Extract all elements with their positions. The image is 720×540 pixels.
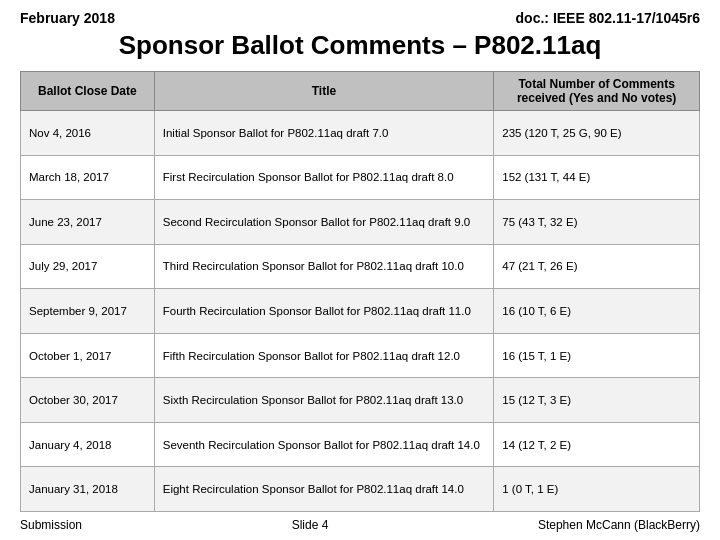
- table-row: January 4, 2018Seventh Recirculation Spo…: [21, 422, 700, 467]
- cell-title: Sixth Recirculation Sponsor Ballot for P…: [154, 378, 494, 423]
- col-header-title: Title: [154, 72, 494, 111]
- table-row: October 30, 2017Sixth Recirculation Spon…: [21, 378, 700, 423]
- table-row: July 29, 2017Third Recirculation Sponsor…: [21, 244, 700, 289]
- cell-count: 14 (12 T, 2 E): [494, 422, 700, 467]
- top-bar: February 2018 doc.: IEEE 802.11-17/1045r…: [20, 10, 700, 26]
- cell-date: January 4, 2018: [21, 422, 155, 467]
- cell-count: 235 (120 T, 25 G, 90 E): [494, 111, 700, 156]
- cell-count: 1 (0 T, 1 E): [494, 467, 700, 512]
- doc-ref-label: doc.: IEEE 802.11-17/1045r6: [516, 10, 700, 26]
- cell-title: Fourth Recirculation Sponsor Ballot for …: [154, 289, 494, 334]
- col-header-count: Total Number of Comments received (Yes a…: [494, 72, 700, 111]
- table-row: September 9, 2017Fourth Recirculation Sp…: [21, 289, 700, 334]
- table-row: January 31, 2018Eight Recirculation Spon…: [21, 467, 700, 512]
- cell-date: March 18, 2017: [21, 155, 155, 200]
- cell-title: Fifth Recirculation Sponsor Ballot for P…: [154, 333, 494, 378]
- cell-count: 16 (10 T, 6 E): [494, 289, 700, 334]
- ballot-table: Ballot Close Date Title Total Number of …: [20, 71, 700, 512]
- cell-date: June 23, 2017: [21, 200, 155, 245]
- cell-date: January 31, 2018: [21, 467, 155, 512]
- table-row: October 1, 2017Fifth Recirculation Spons…: [21, 333, 700, 378]
- footer: Submission Slide 4 Stephen McCann (Black…: [20, 518, 700, 532]
- footer-right: Stephen McCann (BlackBerry): [538, 518, 700, 532]
- cell-date: October 30, 2017: [21, 378, 155, 423]
- cell-date: Nov 4, 2016: [21, 111, 155, 156]
- cell-title: Eight Recirculation Sponsor Ballot for P…: [154, 467, 494, 512]
- table-row: March 18, 2017First Recirculation Sponso…: [21, 155, 700, 200]
- date-label: February 2018: [20, 10, 115, 26]
- footer-center: Slide 4: [292, 518, 329, 532]
- cell-count: 16 (15 T, 1 E): [494, 333, 700, 378]
- page: February 2018 doc.: IEEE 802.11-17/1045r…: [0, 0, 720, 540]
- cell-date: October 1, 2017: [21, 333, 155, 378]
- cell-date: September 9, 2017: [21, 289, 155, 334]
- cell-title: Seventh Recirculation Sponsor Ballot for…: [154, 422, 494, 467]
- cell-title: Third Recirculation Sponsor Ballot for P…: [154, 244, 494, 289]
- cell-count: 47 (21 T, 26 E): [494, 244, 700, 289]
- page-title: Sponsor Ballot Comments – P802.11aq: [20, 30, 700, 61]
- table-row: Nov 4, 2016Initial Sponsor Ballot for P8…: [21, 111, 700, 156]
- cell-count: 152 (131 T, 44 E): [494, 155, 700, 200]
- footer-left: Submission: [20, 518, 82, 532]
- cell-title: Second Recirculation Sponsor Ballot for …: [154, 200, 494, 245]
- col-header-date: Ballot Close Date: [21, 72, 155, 111]
- cell-title: First Recirculation Sponsor Ballot for P…: [154, 155, 494, 200]
- cell-date: July 29, 2017: [21, 244, 155, 289]
- cell-title: Initial Sponsor Ballot for P802.11aq dra…: [154, 111, 494, 156]
- table-row: June 23, 2017Second Recirculation Sponso…: [21, 200, 700, 245]
- table-header-row: Ballot Close Date Title Total Number of …: [21, 72, 700, 111]
- cell-count: 15 (12 T, 3 E): [494, 378, 700, 423]
- cell-count: 75 (43 T, 32 E): [494, 200, 700, 245]
